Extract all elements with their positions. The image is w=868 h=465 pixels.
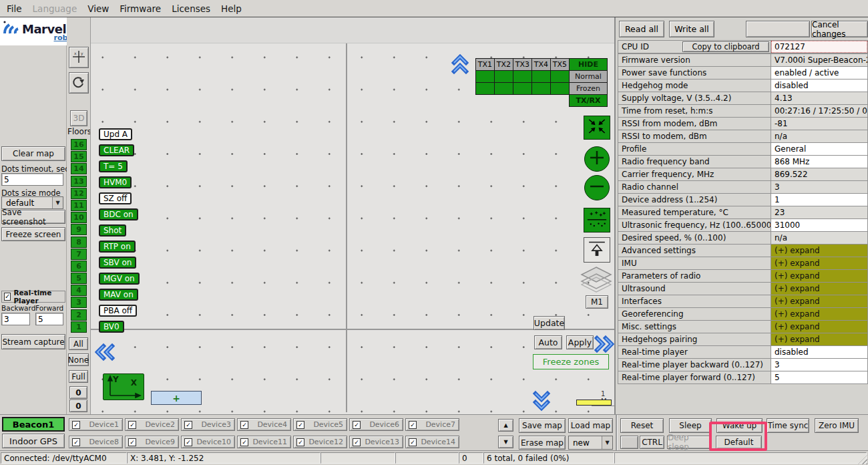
mode-button[interactable]: RTP on	[99, 241, 136, 253]
parameter-value[interactable]: 4.13	[771, 92, 868, 105]
forward-input[interactable]	[35, 313, 63, 325]
menu-item[interactable]: Firmware	[120, 3, 161, 14]
tx-cell[interactable]	[475, 70, 495, 83]
mode-button[interactable]: SZ off	[99, 192, 132, 204]
layers-button[interactable]	[579, 267, 614, 295]
zero-button-top[interactable]: 0	[69, 386, 87, 399]
parameter-value[interactable]: enabled / active	[771, 66, 868, 80]
floor-button[interactable]: 15	[71, 151, 87, 162]
parameter-value[interactable]: -81	[771, 117, 868, 130]
cpu-id-value[interactable]: 072127	[771, 40, 868, 53]
default-button[interactable]: Default	[716, 436, 762, 449]
pan-up-icon[interactable]	[451, 54, 469, 74]
floor-button[interactable]: 6	[71, 261, 87, 272]
floor-button[interactable]: 4	[71, 285, 87, 296]
checkbox-checked-icon[interactable]	[353, 438, 361, 446]
freeze-screen-button[interactable]: Freeze screen	[1, 227, 65, 241]
load-map-button[interactable]: Load map	[568, 418, 613, 433]
pan-left-icon[interactable]	[95, 343, 115, 361]
checkbox-checked-icon[interactable]	[296, 421, 304, 429]
wake-up-button[interactable]: Wake up	[716, 418, 763, 433]
chevron-down-icon[interactable]: ▼	[52, 197, 63, 208]
parameter-value[interactable]: (+) expand	[771, 257, 868, 270]
m1-button[interactable]: M1	[586, 295, 608, 309]
pan-right-icon[interactable]	[594, 335, 614, 353]
floor-button[interactable]: 16	[71, 139, 87, 150]
dots-timeout-input[interactable]	[1, 173, 63, 186]
device-toggle[interactable]: Device14	[405, 436, 459, 448]
blank-button[interactable]	[746, 21, 810, 37]
rotate-tool-button[interactable]	[69, 72, 89, 94]
mode-button[interactable]: BDC on	[99, 208, 138, 220]
parameter-value[interactable]: (+) expand	[771, 320, 868, 333]
mode-button[interactable]: MGV on	[99, 273, 140, 285]
checkbox-checked-icon[interactable]	[184, 438, 192, 446]
parameter-value[interactable]: (+) expand	[771, 269, 868, 283]
zero-imu-button[interactable]: Zero IMU	[815, 418, 859, 433]
ctrl-checkbox[interactable]	[620, 436, 638, 449]
checkbox-checked-icon[interactable]	[409, 438, 417, 446]
parameter-value[interactable]: General	[771, 142, 868, 156]
write-all-button[interactable]: Write all	[669, 21, 714, 37]
parameter-value[interactable]: 5	[771, 371, 868, 384]
parameter-value[interactable]: 23	[771, 206, 868, 219]
tx-cell[interactable]	[494, 70, 513, 83]
freeze-zones-button[interactable]: Freeze zones	[533, 354, 609, 369]
zero-button-bottom[interactable]: 0	[69, 400, 87, 412]
parameter-value[interactable]: (+) expand	[771, 333, 868, 346]
axis-tool-button[interactable]: x y	[69, 47, 89, 68]
device-toggle[interactable]: Device5	[293, 418, 347, 431]
apply-button[interactable]: Apply	[566, 335, 594, 349]
device-toggle[interactable]: Device8	[69, 436, 123, 448]
parameter-value[interactable]: V7.000i Super-Beacon-2	[771, 53, 868, 67]
mode-button[interactable]: T= 5	[99, 160, 128, 172]
mode-button[interactable]: CLEAR	[99, 144, 134, 156]
submap-plus-box[interactable]: +	[151, 391, 202, 405]
zoom-out-button[interactable]	[584, 175, 610, 200]
checkbox-checked-icon[interactable]	[353, 421, 361, 429]
checkbox-checked-icon[interactable]	[128, 421, 136, 429]
floor-button[interactable]: 2	[71, 309, 87, 321]
floors-full-button[interactable]: Full	[69, 370, 88, 383]
parameter-value[interactable]: 3	[771, 180, 868, 194]
parameter-value[interactable]: (+) expand	[771, 244, 868, 257]
update-button[interactable]: Update	[533, 316, 565, 330]
tx-cell[interactable]	[531, 82, 551, 95]
mode-button[interactable]: MAV on	[99, 289, 138, 301]
checkbox-checked-icon[interactable]	[409, 421, 417, 429]
parameter-value[interactable]: 00:27:16 / 17:25:50 / 0	[771, 104, 868, 118]
indoor-gps-tab[interactable]: Indoor GPS	[2, 434, 65, 448]
pan-down-icon[interactable]	[533, 390, 550, 412]
checkbox-checked-icon[interactable]	[72, 438, 80, 446]
device-toggle[interactable]: Device2	[125, 418, 179, 431]
floor-button[interactable]: 7	[71, 249, 87, 260]
upload-map-button[interactable]	[584, 237, 610, 263]
floor-button[interactable]: 1	[71, 321, 87, 333]
floor-button[interactable]: 11	[71, 200, 87, 211]
floor-button[interactable]: 3	[71, 297, 87, 308]
menu-item[interactable]: Licenses	[172, 3, 210, 14]
deep-sleep-button[interactable]: Deep sleep	[667, 436, 712, 449]
floor-button[interactable]: 10	[71, 212, 87, 223]
tx-cell[interactable]	[531, 70, 551, 83]
3d-view-button[interactable]: 3D	[70, 110, 87, 126]
parameter-value[interactable]: (+) expand	[771, 282, 868, 295]
parameter-value[interactable]: n/a	[771, 130, 868, 143]
parameter-value[interactable]: 31000	[771, 218, 868, 232]
stream-capture-button[interactable]: Stream capture	[1, 334, 65, 349]
tx-header-cell[interactable]: TX2	[494, 58, 513, 71]
menu-item[interactable]: Language	[33, 3, 77, 14]
floor-button[interactable]: 14	[71, 163, 87, 174]
map-canvas[interactable]: Upd A CLEAR T= 5 HVM0 SZ off BDC on Shot…	[90, 17, 614, 414]
checkbox-checked-icon[interactable]	[240, 421, 248, 429]
floors-none-button[interactable]: None	[68, 353, 89, 366]
mode-button[interactable]: SBV on	[99, 257, 136, 269]
device-toggle[interactable]: Device9	[125, 436, 179, 448]
beacon1-tab[interactable]: Beacon1	[2, 417, 65, 432]
floor-button[interactable]: 5	[71, 273, 87, 284]
ctrl-button[interactable]: CTRL	[640, 436, 664, 449]
sleep-button[interactable]: Sleep	[669, 418, 712, 433]
device-toggle[interactable]: Device12	[293, 436, 347, 448]
parameter-value[interactable]: 1	[771, 193, 868, 206]
checkbox-checked-icon[interactable]	[296, 438, 304, 446]
